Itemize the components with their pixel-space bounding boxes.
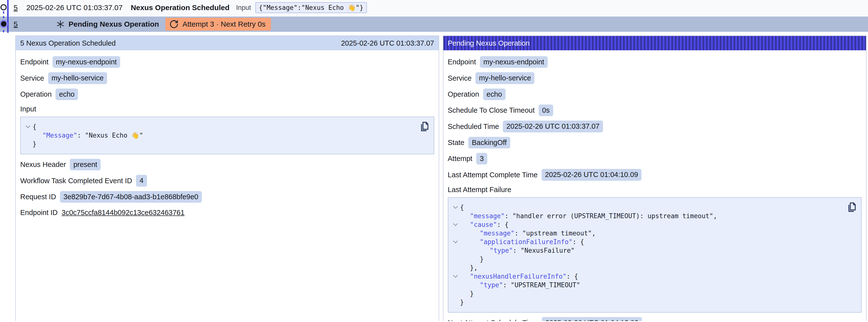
field-value-chip: my-nexus-endpoint: [53, 56, 120, 68]
failure-json-block: {"message": "handler error (UPSTREAM_TIM…: [448, 197, 862, 313]
code-line: }: [451, 298, 842, 307]
collapse-chevron-icon[interactable]: [451, 272, 460, 281]
right-panel-body: Endpoint my-nexus-endpoint Service my-he…: [443, 50, 866, 321]
code-text: "nexusHandlerFailureInfo": {: [460, 272, 578, 281]
code-text: }: [33, 140, 36, 149]
code-line: }: [451, 289, 842, 298]
field-value-chip: my-hello-service: [48, 72, 107, 84]
field-label: Service: [20, 74, 44, 82]
detail-field: Endpoint my-nexus-endpoint: [448, 56, 862, 68]
field-value-chip: 2025-02-26 UTC 01:03:37.07: [503, 121, 603, 132]
code-gutter: [451, 281, 460, 289]
input-json-block: {"Message": "Nexus Echo 👋"}: [20, 117, 434, 154]
field-label: Operation: [448, 90, 479, 98]
field-label: Attempt: [448, 155, 472, 163]
code-line: {: [451, 203, 842, 212]
detail-field: Request ID 3e829b7e-7d67-4b08-aad3-b1e86…: [20, 191, 434, 203]
code-gutter: [451, 298, 460, 307]
code-text: "message": "upstream timeout",: [460, 229, 596, 238]
left-panel-timestamp: 2025-02-26 UTC 01:03:37.07: [341, 39, 434, 47]
code-text: {: [460, 203, 464, 212]
field-label: Last Attempt Complete Time: [448, 171, 538, 179]
event-id-link[interactable]: 5: [13, 3, 18, 12]
code-gutter: [451, 212, 460, 220]
timeline-node-filled-icon: [1, 21, 6, 27]
event-title: Nexus Operation Scheduled: [131, 3, 229, 12]
panel-nexus-operation-scheduled: 5 Nexus Operation Scheduled 2025-02-26 U…: [15, 35, 439, 321]
detail-field: Schedule To Close Timeout 0s: [448, 104, 862, 116]
code-text: }: [460, 298, 464, 307]
code-gutter: [23, 131, 33, 140]
right-panel-fields: Endpoint my-nexus-endpoint Service my-he…: [448, 56, 862, 181]
code-text: "type": "NexusFailure": [460, 246, 575, 255]
timeline-line: [7, 0, 9, 33]
code-text: "cause": {: [460, 220, 509, 229]
left-panel-body: Endpoint my-nexus-endpoint Service my-he…: [16, 50, 439, 227]
detail-field: Scheduled Time 2025-02-26 UTC 01:03:37.0…: [448, 121, 862, 132]
code-gutter: [23, 140, 33, 149]
field-value-chip: present: [70, 159, 101, 170]
field-label: Endpoint: [20, 58, 49, 66]
code-text: "message": "handler error (UPSTREAM_TIME…: [460, 212, 717, 220]
collapse-chevron-icon[interactable]: [451, 203, 460, 212]
field-value-chip: my-hello-service: [475, 72, 534, 84]
collapse-chevron-icon[interactable]: [23, 123, 33, 131]
field-label: Schedule To Close Timeout: [448, 106, 535, 115]
code-gutter: [451, 246, 460, 255]
input-json-code: {"Message": "Nexus Echo 👋"}: [23, 123, 414, 149]
field-value-chip: my-nexus-endpoint: [480, 56, 548, 68]
endpoint-id-link[interactable]: 3c0c75ccfa8144b092c13ce632463761: [62, 208, 185, 217]
retry-badge-text: Attempt 3 · Next Retry 0s: [182, 20, 266, 28]
event-row-nexus-operation-scheduled[interactable]: 5 2025-02-26 UTC 01:03:37.07 Nexus Opera…: [0, 0, 868, 15]
event-detail-panels: 5 Nexus Operation Scheduled 2025-02-26 U…: [15, 35, 867, 321]
field-value-chip: 3: [476, 153, 487, 164]
code-line: "type": "UPSTREAM_TIMEOUT": [451, 281, 842, 289]
code-line: "type": "NexusFailure": [451, 246, 842, 255]
copy-icon[interactable]: [846, 202, 857, 214]
code-text: },: [460, 264, 478, 272]
field-value-chip: echo: [56, 89, 78, 100]
detail-field: Workflow Task Completed Event ID 4: [20, 175, 434, 186]
code-gutter: [451, 264, 460, 272]
detail-field: Nexus Header present: [20, 159, 434, 170]
detail-field: Last Attempt Complete Time 2025-02-26 UT…: [448, 169, 862, 181]
code-line: "cause": {: [451, 220, 842, 229]
input-section-label: Input: [20, 105, 434, 113]
event-id-link[interactable]: 5: [13, 20, 18, 28]
left-panel-fields: Endpoint my-nexus-endpoint Service my-he…: [20, 56, 434, 100]
asterisk-icon: [56, 20, 65, 28]
code-text: {: [33, 123, 36, 131]
collapse-chevron-icon[interactable]: [451, 220, 460, 229]
event-row-pending-nexus-operation[interactable]: 5 Pending Nexus Operation Attempt 3 · Ne…: [0, 17, 868, 32]
panel-pending-nexus-operation: Pending Nexus Operation Endpoint my-nexu…: [443, 35, 867, 321]
event-title: Pending Nexus Operation: [69, 20, 159, 28]
collapse-chevron-icon[interactable]: [451, 238, 460, 246]
code-text: }: [460, 289, 474, 298]
code-line: },: [451, 264, 842, 272]
event-timeline-rail: [0, 0, 12, 33]
field-label: Operation: [20, 90, 52, 98]
left-panel-fields-secondary: Nexus Header present Workflow Task Compl…: [20, 159, 434, 203]
field-value-chip: 0s: [538, 104, 553, 116]
detail-field: Attempt 3: [448, 153, 862, 164]
field-label: Next Attempt Schedule Time: [448, 319, 538, 321]
field-value-chip: 4: [136, 175, 147, 186]
detail-field: Operation echo: [20, 89, 434, 100]
field-label: Workflow Task Completed Event ID: [20, 177, 132, 185]
right-panel-header: Pending Nexus Operation: [443, 36, 866, 50]
input-value-badge: {"Message":"Nexus Echo 👋"}: [255, 2, 367, 13]
field-value-chip: 2025-02-26 UTC 01:04:13.93: [542, 317, 642, 321]
retry-icon: [169, 20, 179, 29]
code-line: "Message": "Nexus Echo 👋": [23, 131, 414, 140]
left-panel-header: 5 Nexus Operation Scheduled 2025-02-26 U…: [16, 36, 439, 50]
code-line: "nexusHandlerFailureInfo": {: [451, 272, 842, 281]
field-label: Scheduled Time: [448, 123, 499, 131]
code-line: "message": "handler error (UPSTREAM_TIME…: [451, 212, 842, 220]
left-panel-title: 5 Nexus Operation Scheduled: [20, 39, 116, 47]
field-label: State: [448, 138, 465, 147]
code-line: }: [451, 255, 842, 264]
code-text: "type": "UPSTREAM_TIMEOUT": [460, 281, 580, 289]
code-line: "applicationFailureInfo": {: [451, 238, 842, 246]
copy-icon[interactable]: [419, 121, 429, 133]
retry-attempt-badge[interactable]: Attempt 3 · Next Retry 0s: [165, 18, 271, 31]
